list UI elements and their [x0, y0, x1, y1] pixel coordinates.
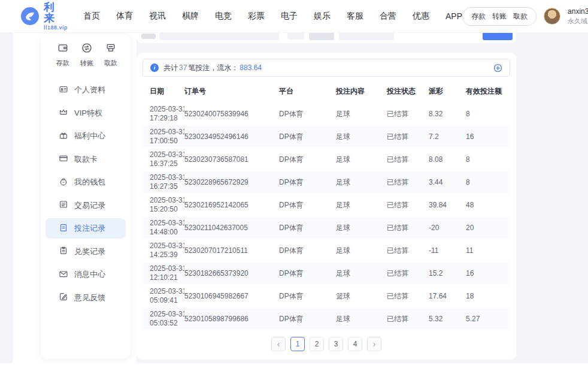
prize-records-icon — [59, 246, 68, 257]
sidebar-item-label: 投注记录 — [74, 223, 105, 234]
column-header-3: 投注内容 — [336, 80, 387, 102]
sidebar-item-7[interactable]: 兑奖记录 — [46, 242, 126, 262]
cell-content: 足球 — [336, 171, 387, 194]
sidebar-item-0[interactable]: 个人资料 — [46, 80, 126, 100]
cell-order-no: 5230240075839946 — [184, 102, 279, 125]
sidebar-item-9[interactable]: 意见反馈 — [46, 288, 126, 308]
cell-valid-amount: 18 — [466, 285, 510, 307]
filter-select-status[interactable] — [339, 32, 394, 40]
nav-item-11[interactable]: APP — [445, 11, 462, 21]
cell-payout: 5.32 — [429, 307, 466, 330]
permanent-domain: 永久域名：ll188.vip | ll188.... — [568, 17, 588, 26]
deposit-icon — [57, 43, 68, 56]
page-button-3[interactable]: 3 — [329, 337, 343, 351]
nav-item-3[interactable]: 棋牌 — [182, 11, 199, 22]
sidebar-item-label: VIP特权 — [74, 108, 102, 119]
page-button-4[interactable]: 4 — [348, 337, 362, 351]
cell-valid-amount: 8 — [466, 102, 510, 125]
site-logo[interactable]: 利来 ll188.vip — [20, 2, 68, 31]
cell-payout: 8.32 — [429, 102, 466, 125]
nav-item-7[interactable]: 娱乐 — [314, 11, 331, 22]
sidebar-item-label: 取款卡 — [74, 154, 98, 165]
filter-select-platform[interactable] — [309, 32, 334, 40]
nav-item-2[interactable]: 视讯 — [149, 11, 166, 22]
cell-platform: DP体育 — [279, 285, 336, 307]
cell-date: 2025-03-3105:03:52 — [143, 307, 184, 330]
avatar[interactable] — [544, 8, 560, 25]
wallet-pill-item-2[interactable]: 取款 — [513, 11, 528, 22]
cell-status: 已结算 — [387, 171, 429, 194]
table-row: 2025-03-3114:25:395230207017210511DP体育足球… — [143, 239, 510, 262]
sidebar-item-6[interactable]: 投注记录 — [46, 218, 126, 239]
cell-status: 已结算 — [387, 216, 429, 239]
sidebar-item-3[interactable]: 取款卡 — [46, 149, 126, 170]
sidebar-item-5[interactable]: 交易记录 — [46, 195, 126, 216]
main-nav: 首页体育视讯棋牌电竞彩票电子娱乐客服合营优惠APP — [83, 11, 462, 22]
bet-records-panel: i 共计37笔投注，流水：883.64 日期订单号平台投注内容投注状态派彩有效投… — [137, 53, 516, 360]
logo-title: 利来 — [44, 2, 68, 23]
withdraw-icon — [105, 43, 116, 56]
cell-status: 已结算 — [387, 125, 429, 148]
cell-platform: DP体育 — [279, 216, 336, 239]
cell-order-no: 5230182665373920 — [184, 262, 279, 285]
expand-plus-icon[interactable] — [493, 64, 502, 73]
cell-status: 已结算 — [387, 239, 429, 262]
cell-valid-amount: 20 — [466, 216, 510, 239]
filter-option[interactable] — [287, 32, 304, 40]
page-button-2[interactable]: 2 — [310, 337, 324, 351]
bet-records-icon — [59, 223, 68, 234]
quick-action-0[interactable]: 存款 — [56, 43, 69, 68]
table-row: 2025-03-3115:20:505230216952142065DP体育足球… — [143, 194, 510, 216]
quick-action-1[interactable]: 转账 — [80, 43, 93, 68]
sidebar-item-label: 交易记录 — [74, 200, 105, 211]
sidebar-item-2[interactable]: 福利中心 — [46, 126, 126, 146]
prev-page-button[interactable]: ‹ — [271, 337, 286, 351]
footer-strip — [0, 363, 588, 368]
nav-item-0[interactable]: 首页 — [83, 11, 100, 22]
wallet-pill-item-1[interactable]: 转账 — [492, 11, 507, 22]
quick-action-2[interactable]: 取款 — [104, 43, 117, 68]
nav-item-1[interactable]: 体育 — [116, 11, 133, 22]
column-header-1: 订单号 — [184, 80, 279, 102]
id-card-icon — [59, 85, 68, 96]
cell-order-no: 5230207017210511 — [184, 239, 279, 262]
cell-payout: 8.08 — [429, 148, 466, 171]
page-button-1[interactable]: 1 — [290, 337, 305, 351]
column-header-2: 平台 — [279, 80, 336, 102]
cell-platform: DP体育 — [279, 125, 336, 148]
transactions-icon — [59, 200, 68, 211]
summary-text: 共计37笔投注，流水：883.64 — [163, 63, 262, 73]
nav-item-9[interactable]: 合营 — [380, 11, 396, 22]
sidebar: 存款转账取款 个人资料VIP特权福利中心取款卡我的钱包交易记录投注记录兑奖记录消… — [41, 34, 131, 358]
cell-content: 足球 — [336, 102, 387, 125]
nav-item-4[interactable]: 电竞 — [215, 11, 232, 22]
cell-order-no: 5230228965672929 — [184, 171, 279, 194]
sidebar-item-4[interactable]: 我的钱包 — [46, 172, 126, 192]
filter-label — [141, 34, 156, 39]
sidebar-item-8[interactable]: 消息中心 — [46, 264, 126, 285]
cell-payout: 7.2 — [429, 125, 466, 148]
cell-platform: DP体育 — [279, 194, 336, 216]
nav-item-6[interactable]: 电子 — [281, 11, 298, 22]
cell-content: 足球 — [336, 148, 387, 171]
nav-item-8[interactable]: 客服 — [347, 11, 363, 22]
column-header-5: 派彩 — [429, 80, 466, 102]
quick-action-label: 取款 — [104, 59, 117, 68]
cell-content: 足球 — [336, 307, 387, 330]
sidebar-item-label: 个人资料 — [74, 85, 105, 95]
nav-item-5[interactable]: 彩票 — [248, 11, 265, 22]
cell-status: 已结算 — [387, 285, 429, 307]
cell-content: 篮球 — [336, 285, 387, 307]
cell-order-no: 5230105898799686 — [184, 307, 279, 330]
next-page-button[interactable]: › — [367, 337, 381, 351]
cell-content: 足球 — [336, 239, 387, 262]
cell-date: 2025-03-3115:20:50 — [143, 194, 184, 216]
nav-item-10[interactable]: 优惠 — [413, 11, 429, 22]
cell-valid-amount: 48 — [466, 194, 510, 216]
sidebar-item-label: 兑奖记录 — [74, 246, 105, 257]
wallet-pill-item-0[interactable]: 存款 — [471, 11, 486, 22]
cell-payout: -20 — [429, 216, 466, 239]
logo-domain: ll188.vip — [44, 25, 68, 31]
table-row: 2025-03-3117:29:185230240075839946DP体育足球… — [143, 102, 510, 125]
sidebar-item-1[interactable]: VIP特权 — [46, 103, 126, 123]
